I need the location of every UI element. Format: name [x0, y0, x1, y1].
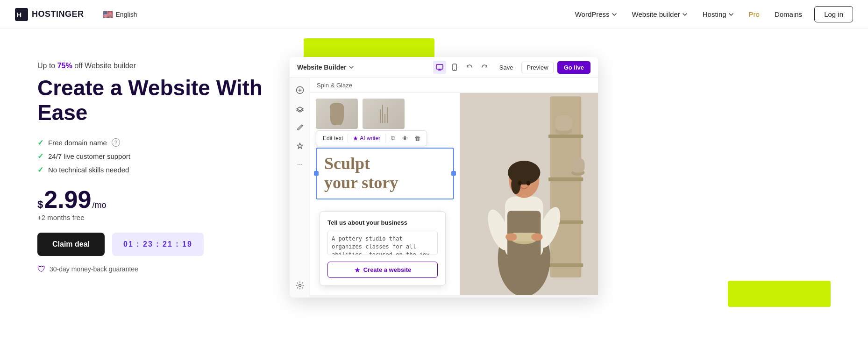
duplicate-button[interactable]: ⧉ [387, 133, 398, 144]
svg-point-30 [518, 181, 522, 185]
site-name-bar: Spin & Glaze [310, 78, 598, 93]
hero-left-panel: Up to 75% off Website builder Create a W… [37, 48, 280, 274]
nav-item-hosting[interactable]: Hosting [696, 7, 740, 22]
logo-text: HOSTINGER [32, 9, 84, 19]
navbar: H HOSTINGER 🇺🇸 English WordPress Website… [0, 0, 868, 29]
more-tools[interactable]: ··· [297, 159, 302, 169]
thumbnail-row [316, 99, 454, 129]
canvas-left: Edit text AI writer ⧉ 👁 🗑 [310, 93, 460, 295]
eye-button[interactable]: 👁 [399, 133, 411, 144]
site-name: Spin & Glaze [317, 82, 352, 89]
countdown-timer: 01 : 23 : 21 : 19 [112, 233, 204, 256]
promo-suffix: off Website builder [72, 62, 136, 70]
thumb-content-2 [363, 99, 405, 129]
undo-button[interactable] [463, 61, 476, 74]
ai-writer-button[interactable]: AI writer [350, 134, 383, 143]
create-website-button[interactable]: Create a website [327, 262, 438, 278]
svg-text:H: H [17, 11, 21, 19]
settings-tool[interactable] [292, 278, 307, 293]
nav-item-domains-label: Domains [775, 10, 802, 18]
thumbnail-1 [316, 99, 358, 129]
nav-item-domains[interactable]: Domains [768, 7, 809, 22]
ai-sparkle-tool[interactable] [292, 139, 307, 154]
shield-icon: 🛡 [37, 264, 46, 274]
toolbar-divider-2 [385, 134, 385, 142]
pen-tool[interactable] [292, 120, 307, 135]
logo[interactable]: H HOSTINGER [15, 8, 84, 21]
svg-rect-22 [507, 211, 541, 287]
feature-text-1: Free domain name [48, 139, 107, 147]
builder-toolbar: Website Builder [290, 57, 598, 78]
promo-text: Up to 75% off Website builder [37, 62, 280, 70]
price-free-months: +2 months free [37, 213, 280, 221]
vase-shape [330, 103, 344, 125]
svg-point-29 [531, 233, 542, 241]
svg-rect-2 [436, 64, 443, 69]
chevron-down-icon [728, 12, 734, 17]
builder-sidebar: ··· [290, 78, 310, 298]
layers-tool[interactable] [292, 101, 307, 116]
selection-handle-right [451, 171, 456, 176]
svg-point-28 [505, 233, 517, 241]
add-element-tool[interactable] [292, 83, 307, 98]
toolbar-icons [433, 61, 491, 74]
toolbar-save-button[interactable]: Save [495, 62, 518, 73]
pottery-scene-svg [460, 93, 598, 295]
login-button[interactable]: Log in [814, 6, 853, 22]
headline-line1: Create a Website With [37, 76, 263, 100]
builder-name[interactable]: Website Builder [297, 64, 354, 71]
language-selector[interactable]: 🇺🇸 English [103, 9, 137, 20]
thumb-content-1 [316, 99, 358, 129]
check-icon-2: ✓ [37, 152, 43, 161]
create-button-label: Create a website [363, 266, 412, 273]
business-description-textarea[interactable] [327, 231, 438, 255]
twig-shape [372, 105, 395, 123]
deco-bottom-shape [728, 281, 831, 307]
sparkle-icon [353, 135, 358, 141]
edit-text-button[interactable]: Edit text [320, 134, 346, 143]
builder-content: ··· Spin & Glaze [290, 78, 598, 298]
nav-item-website-builder[interactable]: Website builder [626, 7, 694, 22]
help-icon-1[interactable]: ? [112, 138, 120, 147]
claim-deal-button[interactable]: Claim deal [37, 233, 105, 256]
lang-label: English [116, 11, 137, 18]
feature-item-1: ✓ Free domain name ? [37, 138, 280, 147]
builder-canvas: Spin & Glaze [310, 78, 598, 298]
canvas-right-photo [460, 93, 598, 295]
popup-title: Tell us about your business [327, 219, 438, 226]
toolbar-golive-button[interactable]: Go live [557, 61, 591, 74]
svg-point-31 [526, 181, 530, 185]
pricing-section: $ 2.99 /mo +2 months free [37, 187, 280, 221]
feature-text-3: No technical skills needed [48, 166, 129, 174]
nav-item-pro-label: Pro [749, 10, 760, 18]
svg-rect-17 [571, 158, 585, 173]
svg-point-4 [454, 69, 455, 70]
business-info-popup: Tell us about your business Create a web… [320, 211, 446, 286]
canvas-main: Edit text AI writer ⧉ 👁 🗑 [310, 93, 598, 295]
toolbar-divider [348, 134, 348, 142]
svg-rect-11 [548, 178, 583, 181]
feature-text-2: 24/7 live customer support [48, 152, 130, 160]
price-dollar: $ [37, 199, 43, 211]
svg-point-6 [299, 284, 301, 287]
guarantee-text: 30-day money-back guarantee [50, 265, 138, 273]
chevron-down-icon [612, 12, 617, 17]
nav-item-wordpress[interactable]: WordPress [569, 7, 624, 22]
sculpt-text-box[interactable]: Sculptyour story [316, 148, 454, 199]
builder-name-label: Website Builder [297, 64, 347, 71]
nav-item-pro[interactable]: Pro [742, 7, 766, 22]
promo-prefix: Up to [37, 62, 57, 70]
edit-text-toolbar: Edit text AI writer ⧉ 👁 🗑 [316, 130, 427, 146]
nav-item-website-builder-label: Website builder [632, 10, 680, 18]
headline-line2: Ease [37, 100, 87, 125]
desktop-view-button[interactable] [433, 61, 446, 74]
toolbar-preview-button[interactable]: Preview [521, 62, 553, 73]
check-icon-1: ✓ [37, 138, 43, 147]
flag-icon: 🇺🇸 [103, 9, 113, 20]
promo-percent: 75% [57, 62, 72, 70]
create-sparkle-icon [354, 267, 361, 273]
redo-button[interactable] [478, 61, 491, 74]
delete-button[interactable]: 🗑 [412, 133, 423, 144]
main-content: Up to 75% off Website builder Create a W… [0, 29, 868, 341]
mobile-view-button[interactable] [448, 61, 461, 74]
